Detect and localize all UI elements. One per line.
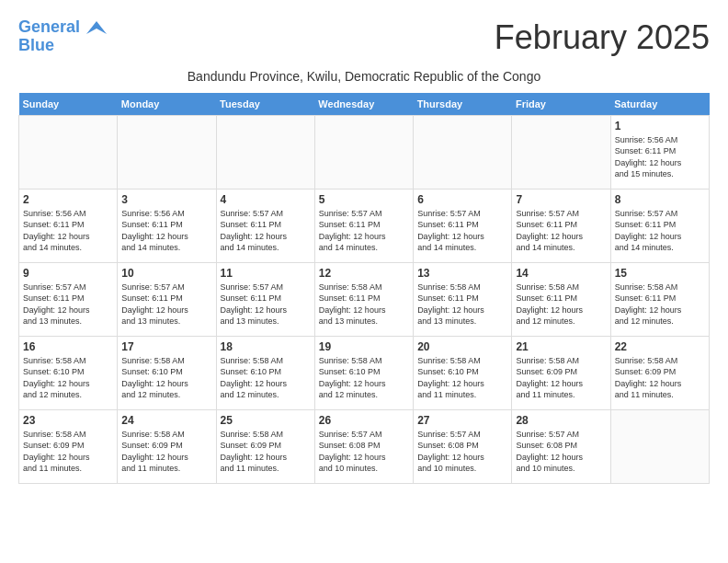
- table-row: 13Sunrise: 5:58 AM Sunset: 6:11 PM Dayli…: [414, 262, 512, 336]
- table-row: [118, 115, 216, 189]
- table-row: 2Sunrise: 5:56 AM Sunset: 6:11 PM Daylig…: [19, 189, 118, 262]
- table-row: 14Sunrise: 5:58 AM Sunset: 6:11 PM Dayli…: [512, 262, 610, 336]
- day-number: 4: [221, 193, 311, 206]
- table-row: 24Sunrise: 5:58 AM Sunset: 6:09 PM Dayli…: [118, 409, 216, 483]
- table-row: 7Sunrise: 5:57 AM Sunset: 6:11 PM Daylig…: [512, 189, 610, 262]
- col-tuesday: Tuesday: [216, 93, 314, 116]
- table-row: 4Sunrise: 5:57 AM Sunset: 6:11 PM Daylig…: [216, 189, 314, 262]
- day-info: Sunrise: 5:57 AM Sunset: 6:11 PM Dayligh…: [516, 208, 606, 254]
- day-info: Sunrise: 5:58 AM Sunset: 6:10 PM Dayligh…: [221, 355, 311, 401]
- day-info: Sunrise: 5:58 AM Sunset: 6:09 PM Dayligh…: [121, 429, 211, 475]
- day-number: 18: [221, 340, 311, 353]
- table-row: 25Sunrise: 5:58 AM Sunset: 6:09 PM Dayli…: [216, 409, 314, 483]
- day-number: 13: [417, 267, 507, 280]
- day-info: Sunrise: 5:56 AM Sunset: 6:11 PM Dayligh…: [121, 208, 211, 254]
- day-number: 10: [121, 267, 211, 280]
- day-number: 26: [319, 414, 409, 427]
- day-info: Sunrise: 5:58 AM Sunset: 6:09 PM Dayligh…: [23, 429, 113, 475]
- month-title: February 2025: [495, 18, 710, 57]
- table-row: [216, 115, 314, 189]
- table-row: 22Sunrise: 5:58 AM Sunset: 6:09 PM Dayli…: [610, 336, 709, 409]
- table-row: 6Sunrise: 5:57 AM Sunset: 6:11 PM Daylig…: [414, 189, 512, 262]
- day-info: Sunrise: 5:58 AM Sunset: 6:10 PM Dayligh…: [121, 355, 211, 401]
- day-number: 15: [615, 267, 705, 280]
- col-thursday: Thursday: [414, 93, 512, 116]
- day-number: 24: [121, 414, 211, 427]
- day-number: 7: [516, 193, 606, 206]
- calendar-week-row: 23Sunrise: 5:58 AM Sunset: 6:09 PM Dayli…: [19, 409, 710, 483]
- day-number: 20: [417, 340, 507, 353]
- day-info: Sunrise: 5:57 AM Sunset: 6:11 PM Dayligh…: [615, 208, 705, 254]
- table-row: [19, 115, 118, 189]
- logo-general: General: [18, 17, 80, 36]
- logo-blue: Blue: [18, 37, 107, 55]
- table-row: 11Sunrise: 5:57 AM Sunset: 6:11 PM Dayli…: [216, 262, 314, 336]
- day-number: 6: [417, 193, 507, 206]
- day-info: Sunrise: 5:58 AM Sunset: 6:11 PM Dayligh…: [417, 282, 507, 327]
- calendar-week-row: 9Sunrise: 5:57 AM Sunset: 6:11 PM Daylig…: [19, 262, 710, 336]
- day-number: 14: [516, 267, 606, 280]
- day-info: Sunrise: 5:58 AM Sunset: 6:10 PM Dayligh…: [23, 355, 113, 401]
- day-number: 27: [417, 414, 507, 427]
- table-row: 19Sunrise: 5:58 AM Sunset: 6:10 PM Dayli…: [314, 336, 413, 409]
- day-number: 22: [615, 340, 705, 353]
- day-info: Sunrise: 5:57 AM Sunset: 6:11 PM Dayligh…: [417, 208, 507, 254]
- day-info: Sunrise: 5:57 AM Sunset: 6:08 PM Dayligh…: [417, 429, 507, 475]
- table-row: [512, 115, 610, 189]
- table-row: 12Sunrise: 5:58 AM Sunset: 6:11 PM Dayli…: [314, 262, 413, 336]
- svg-marker-0: [86, 21, 107, 34]
- col-friday: Friday: [512, 93, 610, 116]
- table-row: 17Sunrise: 5:58 AM Sunset: 6:10 PM Dayli…: [118, 336, 216, 409]
- calendar-week-row: 2Sunrise: 5:56 AM Sunset: 6:11 PM Daylig…: [19, 189, 710, 262]
- day-info: Sunrise: 5:58 AM Sunset: 6:09 PM Dayligh…: [221, 429, 311, 475]
- day-number: 19: [319, 340, 409, 353]
- table-row: [414, 115, 512, 189]
- logo-bird-icon: [86, 21, 107, 34]
- day-info: Sunrise: 5:58 AM Sunset: 6:10 PM Dayligh…: [319, 355, 409, 401]
- table-row: 27Sunrise: 5:57 AM Sunset: 6:08 PM Dayli…: [414, 409, 512, 483]
- calendar-week-row: 1Sunrise: 5:56 AM Sunset: 6:11 PM Daylig…: [19, 115, 710, 189]
- day-info: Sunrise: 5:58 AM Sunset: 6:09 PM Dayligh…: [516, 355, 606, 401]
- col-wednesday: Wednesday: [314, 93, 413, 116]
- table-row: 10Sunrise: 5:57 AM Sunset: 6:11 PM Dayli…: [118, 262, 216, 336]
- day-number: 2: [23, 193, 113, 206]
- table-row: 1Sunrise: 5:56 AM Sunset: 6:11 PM Daylig…: [610, 115, 709, 189]
- calendar-header-row: Sunday Monday Tuesday Wednesday Thursday…: [19, 93, 710, 116]
- day-number: 12: [319, 267, 409, 280]
- table-row: 28Sunrise: 5:57 AM Sunset: 6:08 PM Dayli…: [512, 409, 610, 483]
- day-info: Sunrise: 5:57 AM Sunset: 6:11 PM Dayligh…: [23, 282, 113, 327]
- day-number: 21: [516, 340, 606, 353]
- table-row: 3Sunrise: 5:56 AM Sunset: 6:11 PM Daylig…: [118, 189, 216, 262]
- day-number: 8: [615, 193, 705, 206]
- day-info: Sunrise: 5:57 AM Sunset: 6:11 PM Dayligh…: [121, 282, 211, 327]
- day-info: Sunrise: 5:57 AM Sunset: 6:11 PM Dayligh…: [221, 208, 311, 254]
- table-row: 26Sunrise: 5:57 AM Sunset: 6:08 PM Dayli…: [314, 409, 413, 483]
- table-row: 15Sunrise: 5:58 AM Sunset: 6:11 PM Dayli…: [610, 262, 709, 336]
- calendar-table: Sunday Monday Tuesday Wednesday Thursday…: [18, 93, 710, 484]
- col-saturday: Saturday: [610, 93, 709, 116]
- day-info: Sunrise: 5:58 AM Sunset: 6:11 PM Dayligh…: [615, 282, 705, 327]
- table-row: 5Sunrise: 5:57 AM Sunset: 6:11 PM Daylig…: [314, 189, 413, 262]
- day-info: Sunrise: 5:57 AM Sunset: 6:11 PM Dayligh…: [319, 208, 409, 254]
- day-number: 9: [23, 267, 113, 280]
- table-row: 8Sunrise: 5:57 AM Sunset: 6:11 PM Daylig…: [610, 189, 709, 262]
- day-number: 5: [319, 193, 409, 206]
- table-row: 21Sunrise: 5:58 AM Sunset: 6:09 PM Dayli…: [512, 336, 610, 409]
- col-sunday: Sunday: [19, 93, 118, 116]
- table-row: 20Sunrise: 5:58 AM Sunset: 6:10 PM Dayli…: [414, 336, 512, 409]
- day-number: 28: [516, 414, 606, 427]
- logo: General Blue: [18, 18, 107, 55]
- day-info: Sunrise: 5:57 AM Sunset: 6:08 PM Dayligh…: [516, 429, 606, 475]
- day-number: 11: [221, 267, 311, 280]
- day-number: 17: [121, 340, 211, 353]
- table-row: [610, 409, 709, 483]
- day-number: 23: [23, 414, 113, 427]
- table-row: 18Sunrise: 5:58 AM Sunset: 6:10 PM Dayli…: [216, 336, 314, 409]
- col-monday: Monday: [118, 93, 216, 116]
- table-row: [314, 115, 413, 189]
- day-number: 25: [221, 414, 311, 427]
- day-info: Sunrise: 5:56 AM Sunset: 6:11 PM Dayligh…: [615, 134, 705, 180]
- day-info: Sunrise: 5:56 AM Sunset: 6:11 PM Dayligh…: [23, 208, 113, 254]
- calendar-week-row: 16Sunrise: 5:58 AM Sunset: 6:10 PM Dayli…: [19, 336, 710, 409]
- table-row: 9Sunrise: 5:57 AM Sunset: 6:11 PM Daylig…: [19, 262, 118, 336]
